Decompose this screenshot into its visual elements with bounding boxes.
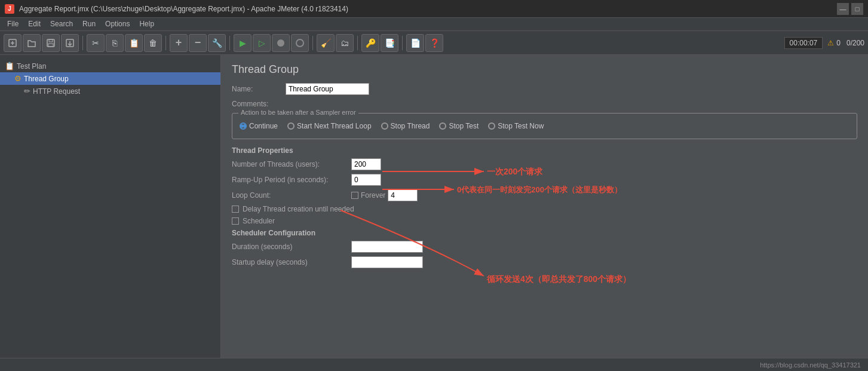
templates-button[interactable]: 📑 — [381, 34, 398, 52]
error-action-section: Action to be taken after a Sampler error… — [232, 113, 857, 139]
radio-start-next-label: Start Next Thread Loop — [297, 122, 372, 130]
radio-stop-test-label: Stop Test — [449, 122, 479, 130]
forever-label: Forever — [361, 191, 385, 200]
stop-button[interactable] — [272, 34, 290, 52]
radio-continue[interactable]: Continue — [240, 122, 278, 130]
window-controls: — □ — [837, 3, 863, 15]
radio-stop-thread[interactable]: Stop Thread — [381, 122, 430, 130]
duration-row: Duration (seconds) — [232, 241, 857, 253]
open-button[interactable] — [23, 34, 41, 52]
start-no-pause-button[interactable]: ▷ — [253, 34, 271, 52]
menu-bar: File Edit Search Run Options Help — [0, 18, 868, 31]
menu-options[interactable]: Options — [100, 19, 134, 30]
radio-stop-test-now-circle — [488, 122, 495, 130]
maximize-button[interactable]: □ — [851, 3, 863, 15]
thread-group-label: Thread Group — [24, 75, 69, 83]
delay-label: Delay Thread creation until needed — [243, 205, 354, 213]
radio-stop-thread-circle — [381, 122, 388, 130]
error-count: 0/200 — [846, 39, 864, 47]
loop-count-input[interactable] — [388, 189, 418, 201]
remove-button[interactable]: − — [189, 34, 207, 52]
function-helper-button[interactable]: 🔑 — [361, 34, 379, 52]
num-threads-label: Number of Threads (users): — [232, 160, 351, 168]
menu-edit[interactable]: Edit — [23, 19, 45, 30]
delete-button[interactable]: 🗑 — [144, 34, 162, 52]
add-button[interactable]: + — [170, 34, 188, 52]
menu-file[interactable]: File — [2, 19, 23, 30]
forever-checkbox[interactable] — [351, 192, 358, 199]
help-button[interactable]: ❓ — [425, 34, 443, 52]
toolbar: ✂ ⎘ 📋 🗑 + − 🔧 ▶ ▷ 🧹 🗂 🔑 📑 📄 ❓ 00:00:07 ⚠… — [0, 31, 868, 55]
cut-button[interactable]: ✂ — [87, 34, 105, 52]
delay-row: Delay Thread creation until needed — [232, 205, 857, 213]
menu-run[interactable]: Run — [78, 19, 100, 30]
error-action-legend: Action to be taken after a Sampler error — [238, 109, 358, 116]
minimize-button[interactable]: — — [837, 3, 849, 15]
thread-properties-section: Thread Properties Number of Threads (use… — [232, 146, 857, 225]
title-bar: J Aggregate Report.jmx (C:\Users\zhuge\D… — [0, 0, 868, 18]
shutdown-button[interactable] — [291, 34, 309, 52]
ramp-up-input[interactable] — [351, 174, 381, 186]
window-title: Aggregate Report.jmx (C:\Users\zhuge\Des… — [19, 5, 837, 13]
startup-delay-row: Startup delay (seconds) — [232, 256, 857, 268]
scheduler-row: Scheduler — [232, 217, 857, 225]
radio-continue-label: Continue — [249, 122, 278, 130]
menu-search[interactable]: Search — [45, 19, 78, 30]
ramp-up-label: Ramp-Up Period (in seconds): — [232, 176, 351, 184]
clear-button[interactable]: 🧹 — [317, 34, 335, 52]
save-button[interactable] — [42, 34, 60, 52]
edit-button[interactable]: 🔧 — [208, 34, 226, 52]
save-as-button[interactable] — [61, 34, 79, 52]
error-action-radio-group: Continue Start Next Thread Loop Stop Thr… — [240, 118, 849, 134]
comments-row: Comments: — [232, 100, 857, 108]
warning-icon: ⚠ — [827, 39, 834, 47]
test-plan-label: Test Plan — [17, 62, 46, 70]
thread-props-title: Thread Properties — [232, 146, 857, 155]
tree-item-test-plan[interactable]: 📋 Test Plan — [0, 60, 220, 72]
svg-point-8 — [277, 39, 284, 47]
tree-item-thread-group[interactable]: ⚙ Thread Group — [0, 72, 220, 85]
warn-count: 0 — [836, 39, 841, 47]
startup-delay-input[interactable] — [351, 256, 423, 268]
thread-group-icon: ⚙ — [14, 74, 22, 83]
radio-stop-thread-label: Stop Thread — [391, 122, 430, 130]
http-request-icon: ✏ — [24, 87, 30, 96]
radio-start-next-circle — [287, 122, 295, 130]
duration-input[interactable] — [351, 241, 423, 253]
annotation-text-3: 循环发送4次（即总共发了800个请求） — [486, 274, 631, 284]
clear-all-button[interactable]: 🗂 — [336, 34, 354, 52]
right-panel: Thread Group Name: Comments: Action to b… — [221, 55, 868, 358]
startup-delay-label: Startup delay (seconds) — [232, 258, 351, 266]
loop-count-row: Loop Count: Forever — [232, 189, 857, 201]
start-button[interactable]: ▶ — [234, 34, 251, 52]
scheduler-config-section: Scheduler Configuration Duration (second… — [232, 229, 857, 268]
test-plan-icon: 📋 — [5, 62, 14, 70]
name-input[interactable] — [286, 83, 369, 95]
radio-stop-test[interactable]: Stop Test — [439, 122, 479, 130]
status-bar: https://blog.csdn.net/qq_33417321 — [0, 358, 868, 371]
paste-button[interactable]: 📋 — [125, 34, 143, 52]
status-url: https://blog.csdn.net/qq_33417321 — [760, 361, 861, 369]
radio-stop-test-now-label: Stop Test Now — [498, 122, 544, 130]
menu-help[interactable]: Help — [134, 19, 159, 30]
new-button[interactable] — [4, 34, 22, 52]
loop-count-label: Loop Count: — [232, 191, 351, 200]
main-layout: 📋 Test Plan ⚙ Thread Group ✏ HTTP Reques… — [0, 55, 868, 358]
radio-continue-circle — [240, 122, 247, 130]
tree-item-http-request[interactable]: ✏ HTTP Request — [0, 85, 220, 97]
elapsed-time: 00:00:07 — [784, 37, 823, 49]
name-label: Name: — [232, 85, 286, 93]
num-threads-input[interactable] — [351, 158, 381, 170]
log-viewer-button[interactable]: 📄 — [406, 34, 424, 52]
delay-checkbox[interactable] — [232, 206, 239, 213]
scheduler-config-title: Scheduler Configuration — [232, 229, 857, 237]
left-panel: 📋 Test Plan ⚙ Thread Group ✏ HTTP Reques… — [0, 55, 221, 358]
http-request-label: HTTP Request — [33, 87, 80, 96]
scheduler-checkbox[interactable] — [232, 217, 239, 225]
radio-start-next[interactable]: Start Next Thread Loop — [287, 122, 372, 130]
app-icon: J — [5, 4, 14, 14]
copy-button[interactable]: ⎘ — [106, 34, 124, 52]
radio-stop-test-circle — [439, 122, 446, 130]
radio-stop-test-now[interactable]: Stop Test Now — [488, 122, 544, 130]
ramp-up-row: Ramp-Up Period (in seconds): — [232, 174, 857, 186]
